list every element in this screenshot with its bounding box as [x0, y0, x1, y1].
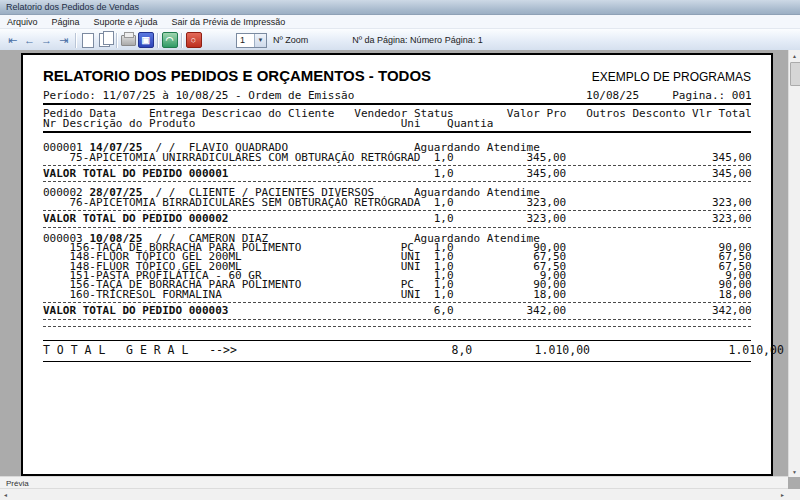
statusbar-label: Prévia	[6, 479, 29, 488]
toolbar-separator	[181, 33, 182, 48]
chevron-down-icon: ▼	[254, 34, 266, 47]
dashed-separator	[43, 178, 751, 185]
last-page-icon: ⇥	[59, 32, 68, 48]
printer-setup-button[interactable]: ▣	[137, 32, 154, 48]
report-page: RELATORIO DOS PEDIDOS E ORÇAMENTOS - TOD…	[21, 53, 773, 477]
dashed-separator	[43, 207, 751, 214]
horizontal-scrollbar[interactable]: ◄ ►	[0, 488, 788, 500]
window-title: Relatorio dos Pedidos de Vendas	[6, 2, 139, 12]
scroll-right-icon[interactable]: ►	[777, 489, 788, 500]
report-header-row: RELATORIO DOS PEDIDOS E ORÇAMENTOS - TOD…	[43, 67, 751, 84]
report-line: VALOR TOTAL DO PEDIDO 000003 6,0 342,00 …	[43, 306, 751, 315]
two-pages-icon	[99, 33, 110, 47]
scroll-left-icon[interactable]: ◄	[0, 489, 11, 500]
two-page-view-button[interactable]	[96, 32, 113, 48]
page-number-label: Nº da Página: Número Página: 1	[352, 35, 482, 45]
dashed-separator	[43, 323, 751, 330]
zoom-select-value: 1	[240, 35, 245, 45]
report-body: Período: 11/07/25 à 10/08/25 - Ordem de …	[43, 91, 771, 362]
last-page-button[interactable]: ⇥	[55, 32, 72, 48]
menu-sair-da-previa[interactable]: Sair da Prévia de Impressão	[172, 17, 286, 27]
zoom-label: Nº Zoom	[273, 35, 308, 45]
print-button[interactable]	[120, 32, 137, 48]
report-line: VALOR TOTAL DO PEDIDO 000002 1,0 323,00 …	[43, 214, 751, 223]
report-line: 75-APICETOMIA UNIRRADICULARES COM OBTURA…	[43, 153, 751, 162]
report-line: 76-APICETOMIA BIRRADICULARES SEM OBTURAÇ…	[43, 198, 751, 207]
vertical-scrollbar-thumb[interactable]	[790, 62, 800, 86]
printer-setup-icon: ▣	[138, 32, 154, 48]
report-company-name: EXEMPLO DE PROGRAMAS	[592, 70, 751, 84]
scroll-up-icon[interactable]: ▲	[789, 50, 800, 61]
export-button[interactable]: ◠	[161, 32, 178, 48]
next-page-icon: →	[41, 32, 52, 48]
vertical-scrollbar[interactable]: ▲ ▼	[788, 50, 800, 477]
single-page-icon	[82, 33, 94, 48]
preview-area: RELATORIO DOS PEDIDOS E ORÇAMENTOS - TOD…	[0, 50, 800, 477]
report-title: RELATORIO DOS PEDIDOS E ORÇAMENTOS - TOD…	[43, 67, 431, 84]
toolbar-separator	[116, 33, 117, 48]
toolbar-separator	[75, 33, 76, 48]
menu-suporte-e-ajuda[interactable]: Suporte e Ajuda	[94, 17, 158, 27]
report-line: T O T A L G E R A L -->> 8,0 1.010,00 1.…	[43, 344, 751, 357]
toolbar: ⇤ ← → ⇥ ▣ ◠ ○ 1 ▼ Nº Zoom Nº da Página: …	[0, 29, 800, 52]
menu-pagina[interactable]: Página	[52, 17, 80, 27]
solid-separator	[43, 103, 751, 105]
spacer	[43, 330, 771, 336]
export-icon: ◠	[162, 32, 178, 48]
dashed-separator	[43, 299, 751, 306]
report-line: VALOR TOTAL DO PEDIDO 000001 1,0 345,00 …	[43, 169, 751, 178]
first-page-icon: ⇤	[8, 32, 17, 48]
dashed-separator	[43, 224, 751, 231]
scrollbar-corner	[788, 489, 800, 500]
scroll-down-icon[interactable]: ▼	[789, 466, 800, 477]
previous-page-button[interactable]: ←	[21, 32, 38, 48]
menu-arquivo[interactable]: Arquivo	[7, 17, 38, 27]
close-preview-button[interactable]: ○	[185, 32, 202, 48]
previous-page-icon: ←	[24, 32, 35, 48]
dashed-separator	[43, 162, 751, 169]
solid-separator	[43, 340, 751, 341]
dashed-separator	[43, 316, 751, 323]
solid-separator	[43, 131, 751, 133]
solid-separator	[43, 361, 751, 362]
close-preview-icon: ○	[186, 32, 202, 48]
single-page-view-button[interactable]	[79, 32, 96, 48]
report-line: 160-TRICRESOL FORMALINA UNI 1,0 18,00 18…	[43, 290, 751, 299]
next-page-button[interactable]: →	[38, 32, 55, 48]
toolbar-separator	[157, 33, 158, 48]
first-page-button[interactable]: ⇤	[4, 32, 21, 48]
printer-icon	[121, 35, 136, 46]
window-titlebar: Relatorio dos Pedidos de Vendas	[0, 0, 800, 15]
report-line: Período: 11/07/25 à 10/08/25 - Ordem de …	[43, 91, 751, 100]
zoom-select[interactable]: 1 ▼	[236, 33, 267, 48]
menubar: Arquivo Página Suporte e Ajuda Sair da P…	[0, 15, 800, 29]
